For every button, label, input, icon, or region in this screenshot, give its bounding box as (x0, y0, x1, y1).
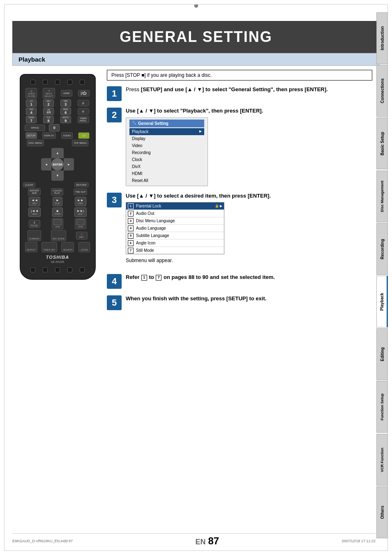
step-5-number: 5 (107, 295, 122, 310)
tme-slip-button[interactable]: TME SLIP (74, 189, 87, 195)
btn-8[interactable]: TUV 8 (43, 116, 54, 123)
clear-button[interactable]: CLEAR (23, 182, 35, 187)
sidebar-tab-editing[interactable]: Editing (376, 328, 388, 380)
timer-set-button[interactable]: TIMER SET (42, 242, 57, 252)
footer-file: E9KGAUD_D-VR610KU_EN.indd 87 (12, 539, 73, 543)
main-content: △ OPEN/CLOSE ⇨ INPUTSELECT HDMI |/⏻ .@/: (12, 66, 376, 320)
power-button[interactable]: |/⏻ (78, 90, 90, 97)
slow-play-button[interactable]: 1.3x/0.8xPLAY (51, 188, 63, 196)
menu-item-hdmi: HDMI (129, 170, 204, 177)
btn-9[interactable]: WXYZ 9 (60, 116, 71, 123)
sidebar-tab-recording[interactable]: Recording (376, 223, 388, 275)
setup-button[interactable]: SETUP (25, 132, 37, 139)
submenu-num-6: 6 (128, 240, 134, 246)
remote-row-6: SETUP DISPLAY AUDIO CD (23, 132, 92, 139)
remote-dot (30, 267, 35, 272)
remote-bottom-dots (23, 266, 92, 274)
display-button[interactable]: DISPLAY (42, 132, 56, 139)
btn-2[interactable]: ABC 2 (43, 99, 54, 107)
sidebar-tab-disc-management[interactable]: Disc Management (376, 170, 388, 222)
rec-mode-button[interactable]: REC MODE (51, 230, 67, 241)
open-close-button[interactable]: △ OPEN/CLOSE (25, 88, 37, 99)
top-menu-button[interactable]: TOP MENU (72, 140, 88, 146)
play-button[interactable]: ► PLAY (53, 197, 62, 206)
submenu-row-4: 4 Audio Language (126, 225, 224, 232)
en-label: EN (195, 538, 205, 546)
rev-button[interactable]: ◄◄ REV (29, 197, 40, 206)
d-pad-left[interactable]: ◄ (41, 158, 51, 170)
submenu-row-2: 2 Audio Out (126, 210, 224, 217)
audio-button[interactable]: AUDIO (61, 132, 73, 139)
btn-4[interactable]: GHI 4 (26, 108, 37, 115)
timer-prog-button[interactable]: TIMERPROG. (78, 116, 89, 123)
btn-7[interactable]: PQRS 7 (26, 116, 37, 123)
d-pad-up[interactable]: ▲ (51, 148, 64, 158)
step-5-block: 5 When you finish with the setting, pres… (107, 295, 372, 310)
remote-row-2: .@/: 1 ABC 2 DEF 3 ∧ (23, 99, 92, 107)
menu-item-recording: Recording (129, 149, 204, 156)
skip-fwd-button[interactable]: ►►| SKIP (74, 207, 87, 217)
btn-3[interactable]: DEF 3 (60, 99, 71, 107)
sidebar-tab-basic-setup[interactable]: Basic Setup (376, 117, 388, 169)
section-header: Playback (12, 53, 380, 66)
remote-dot (43, 80, 48, 85)
stop-button[interactable]: ■ STOP (52, 207, 63, 217)
d-pad-right[interactable]: ► (64, 158, 74, 170)
d-pad-down[interactable]: ▼ (51, 170, 64, 181)
search-button[interactable]: SEARCH (61, 242, 74, 252)
vcr-button[interactable]: VCR (52, 218, 63, 229)
sidebar-tab-function-setup[interactable]: Function Setup (376, 381, 388, 433)
submenu-row-5: 5 Subtitle Language (126, 232, 224, 240)
page-number: 87 (208, 535, 219, 547)
remote-brand: TOSHIBA (23, 255, 92, 260)
hdmi-button[interactable]: HDMI (61, 90, 72, 97)
zoom-button[interactable]: ZOOM (78, 242, 90, 252)
ref-num-1: 1 (141, 275, 147, 281)
menu-item-playback: Playback▶ (129, 128, 204, 135)
submenu-row-6: 6 Angle Icon (126, 240, 224, 247)
dvd-button[interactable]: DVD (75, 218, 86, 229)
tracking-up-button[interactable]: ∧ (78, 100, 89, 106)
remote-dot (67, 267, 72, 272)
submenu-row-1: 1 Parental Lock 🔒 ▶ (126, 203, 224, 210)
remote-row-4: PQRS 7 TUV 8 WXYZ 9 TIMERPROG. (23, 116, 92, 123)
btn-0[interactable]: 0 (49, 124, 60, 131)
stop-note-text: Press [STOP ■] if you are playing back a… (111, 72, 212, 78)
btn-5[interactable]: ◎5 ⊙5 (43, 108, 54, 115)
disc-menu-button[interactable]: DISC MENU (27, 140, 44, 146)
btn-1[interactable]: .@/: 1 (26, 99, 37, 107)
tracking-down-button[interactable]: ∨ (78, 108, 89, 115)
sidebar-tab-vcr-function[interactable]: VCR Function (376, 434, 388, 486)
enter-button[interactable]: ENTER (51, 158, 64, 170)
submenu-num-1: 1 (128, 203, 134, 209)
page-title: GENERAL SETTING (12, 28, 380, 46)
pause-button[interactable]: ‖ PAUSE (29, 220, 40, 228)
return-button[interactable]: RETURN (74, 182, 89, 187)
sidebar-tab-playback[interactable]: Playback (376, 276, 388, 327)
instant-skip-button[interactable]: INSTANTSKIP (28, 188, 41, 196)
btn-6[interactable]: MNO 6 (60, 108, 71, 115)
input-select-button[interactable]: ⇨ INPUTSELECT (43, 88, 55, 99)
step-3-block: 3 Use [▲ / ▼] to select a desired item, … (107, 192, 372, 268)
cd-button[interactable]: CD (78, 132, 90, 139)
sidebar-tab-connections[interactable]: Connections (376, 65, 388, 117)
menu-item-video: Video (129, 142, 204, 149)
step-1-text: Press [SETUP] and use [▲ / ▼] to select … (126, 85, 372, 94)
step-4-number: 4 (107, 274, 122, 289)
repeat-button[interactable]: REPEAT (25, 242, 37, 252)
sidebar-tab-others[interactable]: Others (376, 486, 388, 538)
dubbing-button[interactable]: DUBBING (28, 230, 41, 241)
remote-control: △ OPEN/CLOSE ⇨ INPUTSELECT HDMI |/⏻ .@/: (20, 74, 96, 280)
stop-note: Press [STOP ■] if you are playing back a… (107, 70, 372, 81)
remote-row-7: DISC MENU TOP MENU (23, 140, 92, 146)
menu-item-display: Display (129, 135, 204, 142)
step-4-text: Refer 1 to 7 on pages 88 to 90 and set t… (126, 273, 372, 281)
skip-back-button[interactable]: |◄◄ SKIP (28, 207, 41, 217)
sidebar-tab-introduction[interactable]: Introduction (376, 12, 388, 64)
fwd-button[interactable]: ►► FWD (75, 197, 86, 206)
space-button[interactable]: SPACE (25, 124, 45, 131)
remote-dot (43, 267, 48, 272)
rec-button[interactable]: ● REC (76, 232, 88, 240)
step-2-text: Use [▲ / ▼] to select "Playback", then p… (126, 107, 372, 186)
remote-dot (30, 80, 35, 85)
